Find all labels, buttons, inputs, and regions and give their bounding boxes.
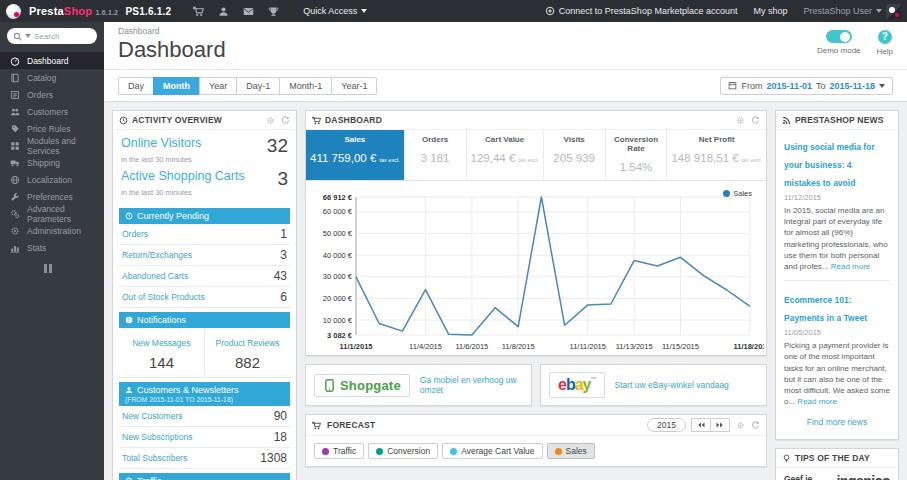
product-reviews-value: 882 <box>207 354 288 371</box>
employee-icon[interactable] <box>218 6 229 17</box>
find-more-news-link[interactable]: Find more news <box>784 417 890 427</box>
forecast-sales-button[interactable]: Sales <box>547 443 595 459</box>
svg-text:40 000 €: 40 000 € <box>323 251 353 260</box>
pending-orders-link[interactable]: Orders <box>122 229 148 239</box>
total-subscribers-link[interactable]: Total Subscribers <box>122 453 187 463</box>
chart-legend: Sales <box>723 189 752 198</box>
forecast-avg-cart-button[interactable]: Average Cart Value <box>442 443 542 459</box>
metric-tab-sales[interactable]: Sales 411 759,00 € tax excl. <box>306 130 405 180</box>
gear-icon[interactable] <box>736 421 745 430</box>
demo-mode-toggle[interactable] <box>826 30 852 43</box>
sidebar-item-preferences[interactable]: Preferences <box>0 188 104 205</box>
news-article: Using social media for your business: 4 … <box>784 136 890 272</box>
svg-text:11/11/2015: 11/11/2015 <box>570 342 606 351</box>
new-messages-link[interactable]: New Messages <box>132 338 190 348</box>
page-title: Dashboard <box>118 37 893 63</box>
row-value: 1 <box>280 227 287 241</box>
stats-bars-icon <box>10 243 20 253</box>
range-day-1-button[interactable]: Day-1 <box>236 77 280 95</box>
forecast-prev-button[interactable] <box>691 418 711 432</box>
new-customers-link[interactable]: New Customers <box>122 411 182 421</box>
breadcrumb[interactable]: Dashboard <box>118 26 893 36</box>
customers-newsletters-header: Customers & Newsletters (FROM 2015-11-01… <box>119 382 290 406</box>
product-reviews-link[interactable]: Product Reviews <box>216 338 280 348</box>
shopgate-link[interactable]: Ga mobiel en verhoog uw omzet <box>420 375 523 395</box>
refresh-icon[interactable] <box>281 116 290 125</box>
help-icon[interactable] <box>878 30 892 44</box>
news-article-date: 11/12/2015 <box>784 193 890 202</box>
range-year-button[interactable]: Year <box>199 77 237 95</box>
online-visitors-link[interactable]: Online Visitors <box>121 136 201 150</box>
row-value: 1308 <box>260 451 287 465</box>
sidebar-item-label: Price Rules <box>27 124 70 134</box>
sidebar-item-localization[interactable]: Localization <box>0 171 104 188</box>
sidebar-item-advanced-parameters[interactable]: Advanced Parameters <box>0 205 104 222</box>
forecast-conversion-button[interactable]: Conversion <box>368 443 438 459</box>
metric-tab-orders[interactable]: Orders 3 181 <box>405 130 467 180</box>
range-month-1-button[interactable]: Month-1 <box>279 77 332 95</box>
abandoned-carts-link[interactable]: Abandoned Carts <box>122 271 188 281</box>
range-day-button[interactable]: Day <box>118 77 154 95</box>
gear-icon[interactable] <box>266 116 275 125</box>
sidebar-item-dashboard[interactable]: Dashboard <box>0 52 104 69</box>
sidebar-item-shipping[interactable]: Shipping <box>0 154 104 171</box>
sales-chart-svg: 3 082 €10 000 €20 000 €30 000 €40 000 €5… <box>308 183 764 355</box>
metric-tab-net-profit[interactable]: Net Profit 148 918,51 € tax excl. <box>667 130 766 180</box>
forecast-year: 2015 <box>647 418 686 432</box>
date-toolbar: Day Month Year Day-1 Month-1 Year-1 From… <box>104 69 907 102</box>
sidebar-item-orders[interactable]: Orders <box>0 86 104 103</box>
dashboard-icon <box>10 56 20 66</box>
sidebar-search[interactable] <box>7 28 97 44</box>
sidebar-item-label: Preferences <box>27 192 73 202</box>
svg-text:3 082 €: 3 082 € <box>327 331 353 340</box>
search-input[interactable] <box>34 32 86 41</box>
sidebar-item-label: Dashboard <box>27 56 69 66</box>
news-article-title[interactable]: Ecommerce 101: Payments in a Tweet <box>784 295 867 323</box>
customers-icon <box>10 107 20 117</box>
active-carts-link[interactable]: Active Shopping Carts <box>121 169 245 183</box>
metric-tab-conversion-rate[interactable]: Conversion Rate 1.54% <box>606 130 668 180</box>
search-scope-caret-icon[interactable] <box>25 34 31 38</box>
new-subscriptions-link[interactable]: New Subscriptions <box>122 432 192 442</box>
user-menu[interactable]: PrestaShop User <box>803 4 901 19</box>
row-value: 6 <box>280 290 287 304</box>
range-year-1-button[interactable]: Year-1 <box>331 77 377 95</box>
brand-name[interactable]: PrestaShop 1.6.1.2 PS1.6.1.2 <box>29 5 171 17</box>
topbar: PrestaShop 1.6.1.2 PS1.6.1.2 Quick Acces… <box>0 0 907 22</box>
sidebar-item-administration[interactable]: Administration <box>0 222 104 239</box>
refresh-icon[interactable] <box>751 421 760 430</box>
refresh-icon[interactable] <box>751 116 760 125</box>
date-range-picker[interactable]: From2015-11-01 To2015-11-18 <box>720 77 893 95</box>
read-more-link[interactable]: Read more <box>797 397 837 406</box>
sidebar-item-modules[interactable]: Modules and Services <box>0 137 104 154</box>
my-shop-link[interactable]: My shop <box>753 6 787 16</box>
metric-tab-cart-value[interactable]: Cart Value 129,44 € tax excl. <box>467 130 544 180</box>
sidebar-item-price-rules[interactable]: Price Rules <box>0 120 104 137</box>
marketplace-connect-link[interactable]: Connect to PrestaShop Marketplace accoun… <box>545 6 738 16</box>
sidebar-item-catalog[interactable]: Catalog <box>0 69 104 86</box>
ebay-logo: ebay™ <box>549 372 605 398</box>
forecast-traffic-button[interactable]: Traffic <box>314 443 364 459</box>
read-more-link[interactable]: Read more <box>831 262 871 271</box>
sidebar-collapse-button[interactable] <box>44 264 104 273</box>
pending-returns-link[interactable]: Return/Exchanges <box>122 250 192 260</box>
quick-access-menu[interactable]: Quick Access <box>303 6 367 16</box>
trophy-icon[interactable] <box>268 6 279 17</box>
range-month-button[interactable]: Month <box>153 77 200 95</box>
sidebar-item-stats[interactable]: Stats <box>0 239 104 256</box>
legend-dot-icon <box>723 190 730 197</box>
person-icon <box>125 386 133 394</box>
ebay-link[interactable]: Start uw eBay-winkel vandaag <box>615 380 729 390</box>
prestashop-logo-icon[interactable] <box>6 4 21 19</box>
cart-icon[interactable] <box>193 6 204 17</box>
traffic-header: Traffic (FROM 2015-11-01 TO 2015-11-18) <box>119 473 290 480</box>
dashboard-panel: DASHBOARD Sales 411 759,00 € tax excl. O <box>305 110 767 356</box>
sidebar-item-customers[interactable]: Customers <box>0 103 104 120</box>
gear-icon[interactable] <box>736 116 745 125</box>
news-article-title[interactable]: Using social media for your business: 4 … <box>784 142 875 188</box>
out-of-stock-link[interactable]: Out of Stock Products <box>122 292 205 302</box>
forecast-next-button[interactable] <box>710 418 730 432</box>
metric-tab-visits[interactable]: Visits 205 939 <box>544 130 606 180</box>
messages-icon[interactable] <box>243 6 254 17</box>
activity-overview-panel: ACTIVITY OVERVIEW Online Visitors 32 in … <box>112 110 297 480</box>
